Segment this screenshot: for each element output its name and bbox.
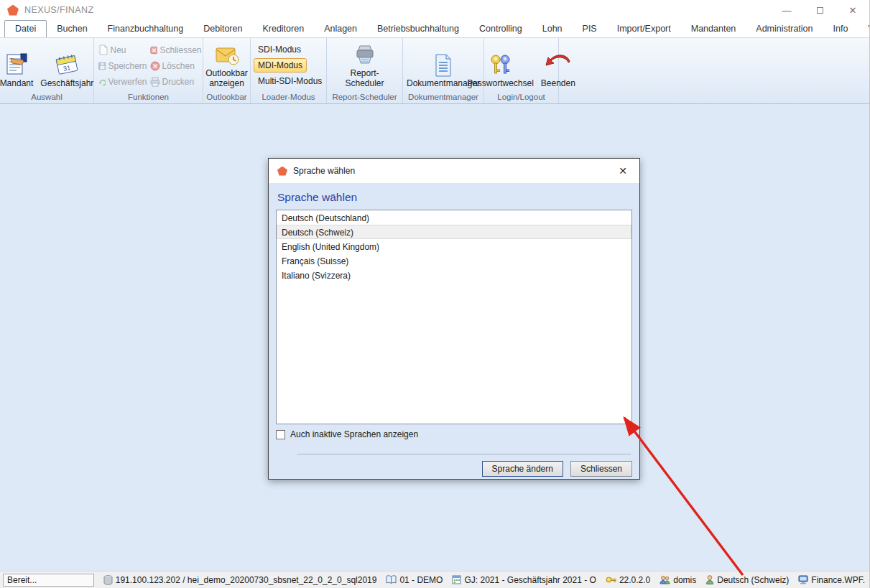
ribbon-group-outlookbar: Outlookbar anzeigen Outlookbar bbox=[203, 38, 251, 103]
group-label-dokumentmanager: Dokumentmanager bbox=[404, 91, 482, 103]
ribbon-group-report-scheduler: Report-Scheduler Report-Scheduler bbox=[327, 38, 403, 103]
sprache-aendern-button[interactable]: Sprache ändern bbox=[482, 461, 563, 477]
group-label-report-scheduler: Report-Scheduler bbox=[328, 91, 401, 103]
exit-arrow-icon bbox=[545, 54, 572, 77]
status-language: Deutsch (Schweiz) bbox=[705, 575, 789, 585]
geschaeftsjahr-button[interactable]: 31 Geschäftsjahr bbox=[37, 40, 97, 91]
svg-text:31: 31 bbox=[63, 64, 71, 73]
inactive-languages-checkbox-label: Auch inaktive Sprachen anzeigen bbox=[290, 429, 418, 439]
client-list-icon bbox=[4, 52, 29, 77]
tab-administration[interactable]: Administration bbox=[746, 21, 823, 37]
delete-circle-icon bbox=[150, 61, 160, 71]
list-item-italiano-svizzera[interactable]: Italiano (Svizzera) bbox=[277, 268, 631, 282]
application-window: NEXUS/FINANZ — ✕ Datei Buchen Finanzbuch… bbox=[0, 0, 870, 588]
dialog-body: Sprache wählen Deutsch (Deutschland) Deu… bbox=[269, 183, 639, 479]
printer-icon bbox=[353, 44, 377, 67]
book-icon bbox=[386, 575, 397, 584]
tab-kreditoren[interactable]: Kreditoren bbox=[252, 21, 314, 37]
tab-debitoren[interactable]: Debitoren bbox=[193, 21, 252, 37]
close-button[interactable]: ✕ bbox=[836, 0, 869, 20]
maximize-button[interactable] bbox=[803, 0, 836, 20]
multi-sdi-modus-button[interactable]: Multi-SDI-Modus bbox=[254, 74, 326, 88]
ribbon-tab-bar: Datei Buchen Finanzbuchhaltung Debitoren… bbox=[0, 20, 869, 37]
dialog-title-bar: Sprache wählen ✕ bbox=[269, 159, 639, 183]
red-close-icon bbox=[150, 45, 158, 55]
speichern-button[interactable]: Speichern bbox=[96, 58, 147, 74]
status-module-text: Finance.WPF. bbox=[811, 575, 865, 585]
neu-label: Neu bbox=[111, 45, 126, 55]
keys-icon bbox=[487, 54, 513, 77]
users-icon bbox=[660, 575, 670, 584]
passwortwechsel-button[interactable]: Passwortwechsel bbox=[463, 40, 537, 91]
mandant-label: Mandant bbox=[0, 79, 33, 89]
status-database-text: 191.100.123.202 / hei_demo_20200730_sbsn… bbox=[116, 575, 377, 585]
drucken-label: Drucken bbox=[162, 77, 195, 87]
dialog-title: Sprache wählen bbox=[293, 166, 355, 176]
calendar-grid-icon bbox=[452, 575, 461, 584]
floppy-disk-icon bbox=[98, 61, 106, 71]
status-language-text: Deutsch (Schweiz) bbox=[717, 575, 789, 585]
outlookbar-anzeigen-button[interactable]: Outlookbar anzeigen bbox=[202, 40, 251, 91]
tab-betriebsbuchhaltung[interactable]: Betriebsbuchhaltung bbox=[367, 21, 469, 37]
loeschen-button[interactable]: Löschen bbox=[147, 58, 202, 74]
group-label-loader-modus: Loader-Modus bbox=[252, 91, 325, 103]
status-database: 191.100.123.202 / hei_demo_20200730_sbsn… bbox=[103, 575, 377, 585]
tab-finanzbuchhaltung[interactable]: Finanzbuchhaltung bbox=[98, 21, 194, 37]
minimize-button[interactable]: — bbox=[770, 0, 803, 20]
app-title: NEXUS/FINANZ bbox=[24, 5, 93, 15]
status-user-text: domis bbox=[673, 575, 696, 585]
beenden-button[interactable]: Beenden bbox=[537, 40, 579, 91]
database-icon bbox=[103, 575, 113, 585]
passwortwechsel-label: Passwortwechsel bbox=[467, 79, 534, 89]
inactive-languages-checkbox[interactable] bbox=[276, 430, 285, 439]
list-item-english-uk[interactable]: English (United Kingdom) bbox=[277, 239, 631, 253]
tab-anlagen[interactable]: Anlagen bbox=[314, 21, 367, 37]
status-version: 22.0.2.0 bbox=[606, 575, 650, 585]
speichern-label: Speichern bbox=[108, 61, 147, 71]
ribbon-group-auswahl: Mandant 31 Geschäftsjahr Auswahl bbox=[0, 38, 94, 103]
schliessen-label: Schliessen bbox=[159, 45, 201, 55]
status-ready: Bereit... bbox=[3, 574, 94, 587]
key-icon bbox=[606, 575, 616, 584]
tab-mandanten[interactable]: Mandanten bbox=[681, 21, 746, 37]
verwerfen-button[interactable]: Verwerfen bbox=[96, 74, 147, 90]
dialog-separator bbox=[297, 454, 631, 454]
report-scheduler-label: Report-Scheduler bbox=[332, 69, 397, 89]
printer-icon bbox=[150, 77, 160, 87]
tab-lohn[interactable]: Lohn bbox=[532, 21, 573, 37]
tab-datei[interactable]: Datei bbox=[4, 20, 47, 37]
group-label-outlookbar: Outlookbar bbox=[205, 91, 249, 103]
loeschen-label: Löschen bbox=[162, 61, 195, 71]
language-listbox[interactable]: Deutsch (Deutschland) Deutsch (Schweiz) … bbox=[276, 210, 632, 424]
status-mandant: 01 - DEMO bbox=[386, 575, 443, 585]
schliessen-dialog-button[interactable]: Schliessen bbox=[570, 461, 632, 477]
list-item-deutsch-deutschland[interactable]: Deutsch (Deutschland) bbox=[277, 210, 631, 225]
tab-controlling[interactable]: Controlling bbox=[469, 21, 532, 37]
dialog-footer: Sprache ändern Schliessen bbox=[276, 461, 632, 477]
tab-versandart-dokumente[interactable]: Versandart Dokumente bbox=[858, 21, 870, 37]
list-item-deutsch-schweiz[interactable]: Deutsch (Schweiz) bbox=[277, 225, 631, 239]
status-mandant-text: 01 - DEMO bbox=[399, 575, 443, 585]
outlookbar-anzeigen-label: Outlookbar anzeigen bbox=[205, 69, 248, 89]
undo-arrow-icon bbox=[98, 77, 106, 87]
beenden-label: Beenden bbox=[541, 79, 575, 89]
tab-info[interactable]: Info bbox=[823, 21, 859, 37]
drucken-button[interactable]: Drucken bbox=[147, 74, 202, 90]
list-item-francais-suisse[interactable]: Français (Suisse) bbox=[277, 253, 631, 268]
tab-pis[interactable]: PIS bbox=[573, 21, 607, 37]
outlook-envelope-icon bbox=[214, 45, 240, 67]
dialog-close-button[interactable]: ✕ bbox=[612, 159, 634, 183]
mandant-button[interactable]: Mandant bbox=[0, 40, 37, 91]
schliessen-button[interactable]: Schliessen bbox=[147, 42, 202, 58]
tab-buchen[interactable]: Buchen bbox=[47, 21, 97, 37]
sdi-modus-button[interactable]: SDI-Modus bbox=[254, 42, 305, 57]
ribbon-group-login-logout: Passwortwechsel Beenden Login/Logout bbox=[484, 38, 559, 103]
neu-button[interactable]: Neu bbox=[96, 42, 147, 58]
geschaeftsjahr-label: Geschäftsjahr bbox=[40, 79, 93, 89]
tab-import-export[interactable]: Import/Export bbox=[607, 21, 681, 37]
mdi-modus-button[interactable]: MDI-Modus bbox=[254, 58, 307, 73]
report-scheduler-button[interactable]: Report-Scheduler bbox=[328, 40, 401, 91]
person-icon bbox=[705, 575, 714, 584]
inactive-languages-checkbox-row: Auch inaktive Sprachen anzeigen bbox=[276, 427, 632, 442]
computer-icon bbox=[798, 575, 808, 584]
